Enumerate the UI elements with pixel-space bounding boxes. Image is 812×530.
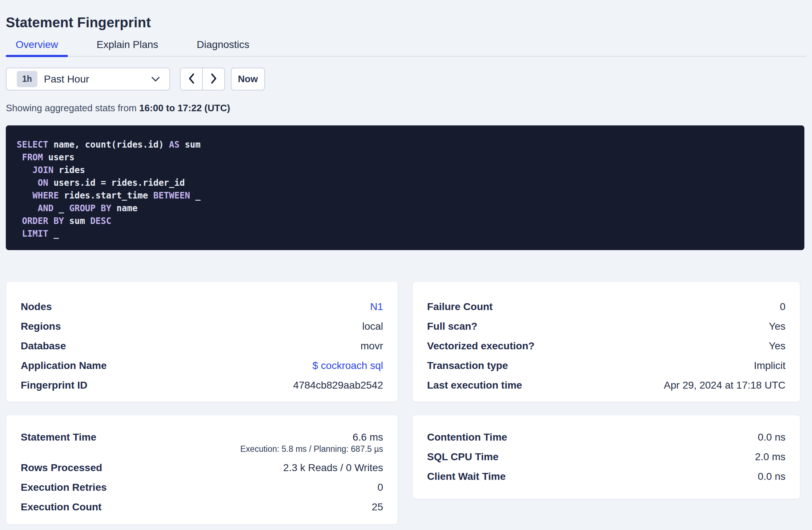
table-row: Application Name $ cockroach sql (21, 356, 383, 376)
row-label: Failure Count (427, 301, 493, 313)
page-title: Statement Fingerprint (6, 15, 806, 31)
last-execution-time-value: Apr 29, 2024 at 17:18 UTC (664, 380, 785, 391)
statement-time-breakdown: Execution: 5.8 ms / Planning: 687.5 µs (21, 444, 383, 458)
table-row: Execution Retries 0 (21, 478, 383, 497)
row-value: local (362, 321, 383, 332)
tab-bar: Overview Explain Plans Diagnostics (6, 39, 806, 57)
row-value: 25 (372, 501, 383, 513)
row-label: Nodes (21, 301, 52, 313)
row-label: Full scan? (427, 321, 477, 332)
row-value: 0.0 ns (758, 431, 785, 443)
summary-cards-row-2: Statement Time 6.6 ms Execution: 5.8 ms … (6, 415, 806, 525)
aggregated-stats-caption: Showing aggregated stats from 16:00 to 1… (6, 102, 806, 114)
time-step-buttons (180, 68, 225, 91)
fingerprint-id-value: 4784cb829aab2542 (293, 380, 383, 391)
row-label: Contention Time (427, 431, 507, 443)
row-value: 0 (780, 301, 785, 313)
table-row: Full scan? Yes (427, 317, 785, 336)
execution-attributes-card: Failure Count 0 Full scan? Yes Vectorize… (412, 281, 800, 402)
sql-statement-box: SELECT name, count(rides.id) AS sum FROM… (6, 125, 804, 250)
time-range-label: Past Hour (44, 73, 89, 85)
chevron-right-icon (210, 73, 217, 85)
table-row: Database movr (21, 336, 383, 356)
caption-prefix: Showing aggregated stats from (6, 103, 139, 113)
tab-overview[interactable]: Overview (6, 39, 68, 56)
tab-explain-plans[interactable]: Explain Plans (87, 39, 168, 56)
row-label: Statement Time (21, 431, 96, 443)
table-row: SQL CPU Time 2.0 ms (427, 447, 785, 467)
row-label: Transaction type (427, 360, 508, 372)
row-value: 2.0 ms (755, 451, 785, 463)
table-row: Rows Processed 2.3 k Reads / 0 Writes (21, 458, 383, 478)
prev-time-button[interactable] (181, 68, 202, 90)
chevron-down-icon (151, 76, 160, 82)
row-label: SQL CPU Time (427, 451, 499, 463)
time-controls: 1h Past Hour (6, 68, 806, 91)
tab-diagnostics[interactable]: Diagnostics (187, 39, 259, 56)
row-label: Application Name (21, 360, 106, 372)
row-value: 2.3 k Reads / 0 Writes (283, 462, 383, 474)
nodes-link[interactable]: N1 (370, 301, 383, 313)
table-row: Transaction type Implicit (427, 356, 785, 376)
interval-badge: 1h (17, 71, 37, 87)
time-range-picker[interactable]: 1h Past Hour (6, 68, 170, 91)
table-row: Last execution time Apr 29, 2024 at 17:1… (427, 376, 785, 395)
next-time-button[interactable] (203, 68, 224, 90)
row-label: Execution Count (21, 501, 101, 513)
row-label: Last execution time (427, 380, 522, 391)
table-row: Contention Time 0.0 ns (427, 427, 785, 447)
row-label: Execution Retries (21, 482, 107, 493)
table-row: Execution Count 25 (21, 497, 383, 517)
row-value: 0 (377, 482, 383, 493)
table-row: Nodes N1 (21, 297, 383, 317)
overview-card: Nodes N1 Regions local Database movr App… (6, 281, 398, 402)
table-row: Fingerprint ID 4784cb829aab2542 (21, 376, 383, 395)
row-label: Rows Processed (21, 462, 102, 474)
summary-cards-row-1: Nodes N1 Regions local Database movr App… (6, 281, 806, 402)
row-value: movr (361, 340, 383, 352)
statement-time-value: 6.6 ms (353, 431, 383, 443)
row-value: Yes (769, 321, 785, 332)
chevron-left-icon (188, 73, 195, 85)
row-label: Database (21, 340, 66, 352)
row-label: Fingerprint ID (21, 380, 88, 391)
wait-times-card: Contention Time 0.0 ns SQL CPU Time 2.0 … (412, 415, 800, 499)
application-name-link[interactable]: $ cockroach sql (312, 360, 383, 372)
row-value: 0.0 ns (758, 471, 785, 482)
caption-time-range: 16:00 to 17:22 (UTC) (139, 103, 230, 113)
table-row: Regions local (21, 317, 383, 336)
timing-card: Statement Time 6.6 ms Execution: 5.8 ms … (6, 415, 398, 525)
table-row: Client Wait Time 0.0 ns (427, 467, 785, 486)
statement-fingerprint-page: Statement Fingerprint Overview Explain P… (0, 15, 812, 530)
now-button[interactable]: Now (231, 68, 265, 91)
row-label: Vectorized execution? (427, 340, 535, 352)
table-row: Vectorized execution? Yes (427, 336, 785, 356)
row-value: Implicit (754, 360, 785, 372)
row-label: Client Wait Time (427, 471, 506, 482)
table-row: Failure Count 0 (427, 297, 785, 317)
row-value: Yes (769, 340, 785, 352)
row-label: Regions (21, 321, 61, 332)
